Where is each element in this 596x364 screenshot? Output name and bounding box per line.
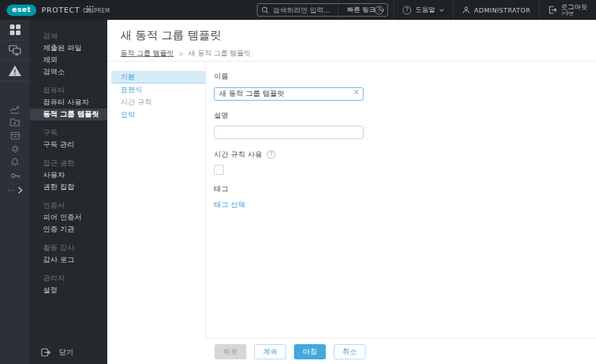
description-input[interactable] [214,126,364,139]
breadcrumb-separator: > [178,50,183,58]
sidebar-menu-label: 사용자 [43,171,65,179]
sidebar-menu-label: 감사 로그 [43,255,75,264]
sidebar-menu-row[interactable]: 권한 집합 [30,181,107,193]
cancel-button[interactable]: 취소 [334,344,366,359]
sidebar-menu-row: 인증서 [30,200,107,212]
policies-icon[interactable] [0,142,30,156]
sidebar-menu-row[interactable]: 제출된 파일 [30,42,107,54]
reports-icon[interactable] [0,103,30,116]
logout-icon [548,6,557,14]
sidebar-menu-label: 동적 그룹 템플릿 [43,110,99,118]
sidebar-menu-label: 제외 [43,56,58,64]
quick-links-menu[interactable]: 빠른 링크 [338,0,393,20]
select-tags-link[interactable]: 태그 선택 [214,200,246,210]
wizard-step[interactable]: 요약 [111,109,205,121]
wizard-step-label: 표현식 [121,85,142,94]
sidebar-menu-row[interactable]: 동적 그룹 템플릿 [30,109,107,120]
logout-button[interactable]: 로그아웃 >9분 [539,0,596,20]
sidebar-collapse-button[interactable]: 닫기 [30,344,107,360]
continue-button[interactable]: 계속 [254,344,286,359]
brand: eset PROTECT ON-PREM [7,0,110,20]
wizard-step-label: 시간 규칙 [121,98,152,107]
sidebar-menu-row: 활동 감사 [30,242,107,254]
wizard-step-label: 기본 [121,73,135,81]
sidebar-menu-row[interactable]: 설정 [30,285,107,296]
description-label: 설명 [214,111,426,120]
sidebar-menu-row[interactable]: 피어 인증서 [30,212,107,224]
sidebar-menu-row[interactable]: 인증 기관 [30,224,107,236]
sidebar-menu-row: 접근 권한 [30,158,107,169]
sidebar-menu-label: 검역소 [43,68,65,76]
tags-label: 태그 [214,184,426,194]
sidebar-more-expander[interactable]: ⋯ [0,184,30,196]
chevron-right-icon [18,187,23,194]
logout-label: 로그아웃 [561,3,587,11]
app-grid-icon[interactable] [87,6,93,13]
sidebar-menu-row[interactable]: 검역소 [30,66,107,78]
wizard-step-label: 요약 [121,111,135,119]
chevron-down-icon [439,9,444,12]
sidebar-menu-label: 검색 [43,32,58,40]
user-label: ADMINISTRATOR [474,7,530,14]
sidebar-menu-label: 관리자 [43,274,65,283]
detections-icon[interactable] [0,61,30,81]
product-name: PROTECT ON-PREM [42,6,111,15]
sidebar-menu-label: 구독 관리 [43,140,75,149]
wizard-step[interactable]: 표현식 [111,83,205,96]
installers-icon[interactable] [0,129,30,142]
sidebar-menu-label: 제출된 파일 [43,44,82,52]
computers-icon[interactable] [0,40,30,61]
back-button: 뒤로 [215,344,246,359]
sidebar-menu-label: 인증 기관 [43,225,75,234]
sidebar-menu-row[interactable]: 컴퓨터 사용자 [30,97,107,109]
secondary-icons [0,103,30,182]
help-label: 도움말 [415,5,435,15]
collapse-panel-icon [41,348,51,357]
sidebar-menu-row: 컴퓨터 [30,85,107,97]
search-icon [262,7,269,14]
help-menu[interactable]: ? 도움말 [393,0,453,20]
vertical-divider [205,62,206,364]
collapse-label: 닫기 [59,347,74,357]
notifications-icon[interactable] [0,156,30,169]
clear-input-icon[interactable]: ✕ [353,87,360,97]
name-label: 이름 [214,71,426,81]
session-time: >9분 [561,11,587,17]
sidebar-menu-row: 검색 [30,30,107,42]
product-label: PROTECT [42,6,80,15]
sidebar-menu-label: 설정 [43,286,58,295]
sidebar-menu-label: 활동 감사 [43,244,75,252]
sidebar-menu-label: 구독 [43,128,58,137]
sidebar-menu-row[interactable]: 감사 로그 [30,254,107,266]
status-overview-icon[interactable] [0,169,30,182]
finish-button[interactable]: 마침 [294,344,326,359]
time-rule-help-icon[interactable]: ? [267,150,275,159]
time-rule-label: 시간 규칙 사용 [214,150,262,159]
main-content: 새 동적 그룹 템플릿 동적 그룹 템플릿 > 새 동적 그룹 템플릿 기본 표… [107,20,596,364]
sidebar-menu-row[interactable]: 제외 [30,54,107,66]
wizard-steps: 기본 표현식 시간 규칙 요약 [111,71,205,121]
quick-links-label: 빠른 링크 [347,5,375,15]
dashboard-icon[interactable] [0,20,30,40]
time-rule-checkbox[interactable] [214,165,224,175]
sidebar-menu-label: 권한 집합 [43,183,75,191]
sidebar-menu-row: 관리자 [30,273,107,285]
top-bar: eset PROTECT ON-PREM ? 빠른 링크 ? 도움말 [0,0,596,20]
sidebar-menu-row[interactable]: 구독 관리 [30,139,107,151]
breadcrumb-current: 새 동적 그룹 템플릿 [189,49,251,58]
sidebar-menu-row[interactable]: 사용자 [30,169,107,181]
help-icon: ? [403,6,411,15]
breadcrumb: 동적 그룹 템플릿 > 새 동적 그룹 템플릿 [121,49,596,58]
person-icon [462,6,470,14]
template-form: 이름 ✕ 설명 시간 규칙 사용 ? 태그 태그 선택 [214,71,426,210]
name-input[interactable] [214,87,364,101]
eset-logo: eset [7,5,36,16]
tasks-icon[interactable] [0,116,30,129]
ellipsis-icon: ⋯ [7,186,15,195]
breadcrumb-parent-link[interactable]: 동적 그룹 템플릿 [121,49,174,58]
sidebar-menu-label: 인증서 [43,201,65,210]
wizard-step[interactable]: 기본 [111,71,205,83]
header-divider [107,61,596,62]
user-menu[interactable]: ADMINISTRATOR [453,0,539,20]
sidebar-menu-label: 컴퓨터 사용자 [43,98,89,107]
